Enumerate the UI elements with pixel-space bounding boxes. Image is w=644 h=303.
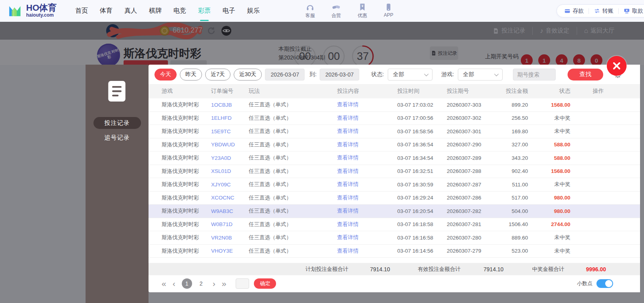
nav-item-home[interactable]: 首页 [69,0,94,21]
cell-order-id[interactable]: VHOY3E [211,248,249,254]
table-row[interactable]: 斯洛伐克时时彩XSL01D任三直选（单式）查看详情03-07 16:32:512… [149,165,640,178]
period-search-input[interactable] [513,69,556,81]
cell-order-id[interactable]: VR2N0B [211,235,249,241]
cell-bet-amount: 517.00 [494,195,528,201]
view-details-link[interactable]: 查看详情 [337,207,397,215]
nav-item-sports[interactable]: 体育 [94,0,118,21]
view-details-link[interactable]: 查看详情 [337,247,397,255]
table-row[interactable]: 斯洛伐克时时彩VR2N0B任三直选（单式）查看详情03-07 16:16:582… [149,231,640,245]
page-number-1[interactable]: 1 [182,278,192,289]
table-row[interactable]: 斯洛伐克时时彩XJY09C任三直选（单式）查看详情03-07 16:30:592… [149,178,640,192]
table-row[interactable]: 斯洛伐克时时彩W9AB3C任三直选（单式）查看详情03-07 16:20:542… [149,205,640,218]
range-button-yesterday[interactable]: 昨天 [180,69,202,81]
page: HO体育 haiouty.com 首页体育真人棋牌电竞彩票电子娱乐 客服合营¥优… [0,0,644,303]
range-button-last-7-days[interactable]: 近7天 [205,69,231,81]
cell-order-id[interactable]: 1OCBJB [211,102,249,108]
cell-status: 未中奖 [528,115,570,122]
wallet-pill: 存款转账取款 [556,4,644,17]
cell-order-id[interactable]: W9AB3C [211,208,249,214]
next-page-button[interactable]: › [213,279,215,288]
quick-item-partner[interactable]: 合营 [328,3,344,19]
quick-item-label: APP [384,12,393,18]
table-row[interactable]: 斯洛伐克时时彩15E9TC任三直选（单式）查看详情03-07 16:58:562… [149,125,640,138]
nav-item-entertainment[interactable]: 娱乐 [241,0,266,21]
cell-order-id[interactable]: W0B71D [211,221,249,227]
cell-bet-period: 20260307-281 [447,221,494,227]
view-details-link[interactable]: 查看详情 [337,221,397,228]
table-row[interactable]: 斯洛伐克时时彩W0B71D任三直选（单式）查看详情03-07 16:18:582… [149,218,640,232]
withdraw-icon [623,8,630,14]
cell-bet-amount: 899.20 [494,102,528,108]
nav-item-chess[interactable]: 棋牌 [143,0,168,21]
view-details-link[interactable]: 查看详情 [337,154,397,161]
cell-game: 斯洛伐克时时彩 [162,168,211,175]
cell-status: 1568.00 [528,102,570,108]
page-jump-input[interactable] [236,278,249,289]
cell-order-id[interactable]: XJY09C [211,182,249,188]
first-page-button[interactable]: « [162,279,166,288]
transfer-icon [594,8,600,14]
sidebar-item-chase-records[interactable]: 追号记录 [93,132,141,144]
table-body: 斯洛伐克时时彩1OCBJB任三直选（单式）查看详情03-07 17:03:022… [149,98,640,258]
cell-order-id[interactable]: 1ELHFD [211,115,249,121]
date-to-input[interactable] [320,69,359,81]
table-row[interactable]: 斯洛伐克时时彩Y23A0D任三直选（单式）查看详情03-07 16:34:542… [149,152,640,165]
quick-item-support[interactable]: 客服 [302,3,318,19]
view-details-link[interactable]: 查看详情 [337,115,397,122]
toggle-knob [605,280,612,287]
status-select[interactable]: 全部 [388,69,433,81]
table-row[interactable]: 斯洛伐克时时彩1ELHFD任三直选（单式）查看详情03-07 17:00:562… [149,112,640,125]
sidebar-item-bet-records[interactable]: 投注记录 [93,117,141,129]
cell-order-id[interactable]: XCOCNC [211,195,249,201]
cell-order-id[interactable]: XSL01D [211,168,249,174]
logo-title: HO体育 [26,4,57,12]
view-details-link[interactable]: 查看详情 [337,141,397,148]
cell-status: 980.00 [528,195,570,201]
cell-play: 任三直选（单式） [249,181,337,188]
cell-bet-time: 03-07 16:18:58 [397,221,447,227]
wallet-item-withdraw[interactable]: 取款 [623,8,643,15]
quick-item-app[interactable]: APP [381,3,396,19]
game-select[interactable]: 全部 [458,69,503,81]
table-row[interactable]: 斯洛伐克时时彩VHOY3E任三直选（单式）查看详情03-07 16:14:562… [149,245,640,258]
cell-status: 588.00 [528,142,570,148]
cell-bet-period: 20260307-279 [447,248,494,254]
date-from-input[interactable] [265,69,305,81]
cell-status: 未中奖 [528,181,570,188]
confirm-button[interactable]: 确定 [254,278,276,289]
table-row[interactable]: 斯洛伐克时时彩1OCBJB任三直选（单式）查看详情03-07 17:03:022… [149,98,640,112]
view-details-link[interactable]: 查看详情 [337,128,397,135]
quick-item-promo[interactable]: ¥优惠 [354,3,370,19]
nav-item-lottery[interactable]: 彩票 [192,0,217,21]
cell-status: 588.00 [528,155,570,161]
view-details-link[interactable]: 查看详情 [337,181,397,188]
table-row[interactable]: 斯洛伐克时时彩YBDWUD任三直选（单式）查看详情03-07 16:36:542… [149,138,640,152]
cell-order-id[interactable]: Y23A0D [211,155,249,161]
ribbon-icon: ¥ [358,3,367,12]
cell-order-id[interactable]: 15E9TC [211,128,249,134]
svg-text:¥: ¥ [362,4,364,8]
decimal-toggle[interactable] [596,279,613,288]
last-page-button[interactable]: » [222,279,227,288]
cell-play: 任三直选（单式） [249,154,337,161]
logo[interactable]: HO体育 haiouty.com [6,2,57,19]
cell-bet-period: 20260307-282 [447,208,494,214]
view-details-link[interactable]: 查看详情 [337,168,397,175]
cell-order-id[interactable]: YBDWUD [211,142,249,148]
nav-item-slots[interactable]: 电子 [217,0,241,21]
prev-page-button[interactable]: ‹ [173,279,175,288]
wallet-item-transfer[interactable]: 转账 [594,8,614,15]
nav-item-esports[interactable]: 电竞 [168,0,192,21]
wallet-item-deposit[interactable]: 存款 [564,8,584,15]
find-button[interactable]: 查找 [568,69,603,81]
close-icon[interactable] [607,56,627,76]
table-row[interactable]: 斯洛伐克时时彩XCOCNC任三直选（单式）查看详情03-07 16:29:242… [149,192,640,205]
range-button-today[interactable]: 今天 [154,69,177,81]
cell-play: 任三直选（单式） [249,101,337,108]
view-details-link[interactable]: 查看详情 [337,194,397,201]
nav-item-live[interactable]: 真人 [118,0,143,21]
range-button-last-30-days[interactable]: 近30天 [234,69,262,81]
page-number-2[interactable]: 2 [196,278,206,289]
view-details-link[interactable]: 查看详情 [337,101,397,108]
view-details-link[interactable]: 查看详情 [337,234,397,241]
